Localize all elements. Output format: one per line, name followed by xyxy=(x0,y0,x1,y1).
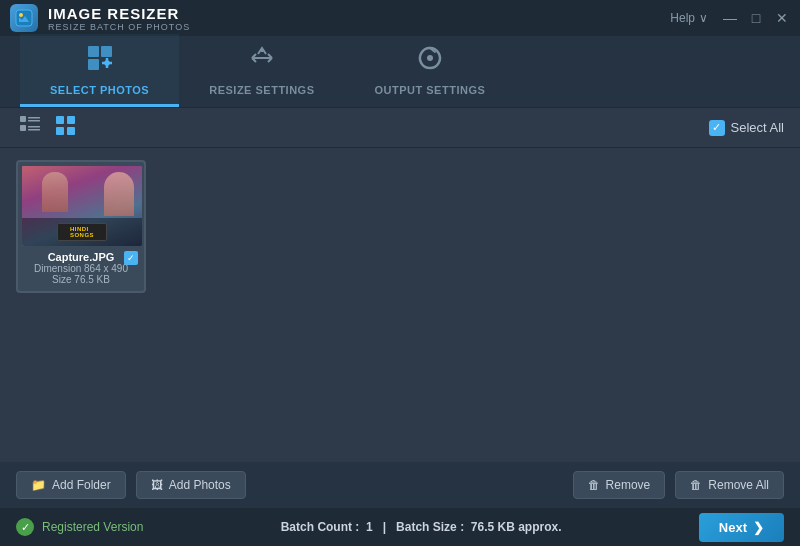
select-all-checkbox[interactable]: ✓ xyxy=(709,120,725,136)
help-button[interactable]: Help ∨ xyxy=(670,11,708,25)
grid-view-button[interactable] xyxy=(52,114,80,142)
remove-button[interactable]: 🗑 Remove xyxy=(573,471,666,499)
add-photos-icon: 🖼 xyxy=(151,478,163,492)
batch-count-value: 1 xyxy=(366,520,373,534)
restore-button[interactable]: □ xyxy=(748,10,764,26)
select-all[interactable]: ✓ Select All xyxy=(709,120,784,136)
remove-all-button[interactable]: 🗑 Remove All xyxy=(675,471,784,499)
window-controls: — □ ✕ xyxy=(722,10,790,26)
remove-label: Remove xyxy=(606,478,651,492)
svg-rect-10 xyxy=(28,126,40,128)
svg-rect-13 xyxy=(67,116,75,124)
svg-rect-4 xyxy=(88,59,99,70)
select-photos-icon xyxy=(86,44,114,78)
titlebar-right: Help ∨ — □ ✕ xyxy=(670,10,790,26)
tab-output-settings-label: OUTPUT SETTINGS xyxy=(375,84,486,96)
close-button[interactable]: ✕ xyxy=(774,10,790,26)
action-bar: 📁 Add Folder 🖼 Add Photos 🗑 Remove 🗑 Rem… xyxy=(0,462,800,508)
app-title-block: IMAGE RESIZER RESIZE BATCH OF PHOTOS xyxy=(48,5,190,32)
add-folder-label: Add Folder xyxy=(52,478,111,492)
remove-all-trash-icon: 🗑 xyxy=(690,478,702,492)
photo-size: Size 76.5 KB xyxy=(22,274,140,285)
batch-separator: | xyxy=(383,520,386,534)
remove-trash-icon: 🗑 xyxy=(588,478,600,492)
remove-all-label: Remove All xyxy=(708,478,769,492)
batch-count-label: Batch Count : xyxy=(281,520,360,534)
help-label: Help xyxy=(670,11,695,25)
titlebar-left: IMAGE RESIZER RESIZE BATCH OF PHOTOS xyxy=(10,4,190,32)
resize-settings-icon xyxy=(248,44,276,78)
action-left: 📁 Add Folder 🖼 Add Photos xyxy=(16,471,246,499)
list-view-button[interactable] xyxy=(16,114,44,142)
batch-size-label: Batch Size : xyxy=(396,520,464,534)
svg-rect-9 xyxy=(20,125,26,131)
svg-rect-2 xyxy=(88,46,99,57)
batch-size-value: 76.5 KB approx. xyxy=(471,520,562,534)
registered-label: Registered Version xyxy=(42,520,143,534)
help-chevron-icon: ∨ xyxy=(699,11,708,25)
app-icon xyxy=(10,4,38,32)
toolbar: ✓ Select All xyxy=(0,108,800,148)
titlebar: IMAGE RESIZER RESIZE BATCH OF PHOTOS Hel… xyxy=(0,0,800,36)
add-folder-icon: 📁 xyxy=(31,478,46,492)
photo-checkbox[interactable]: ✓ xyxy=(124,251,138,265)
svg-rect-6 xyxy=(20,116,26,122)
select-all-label: Select All xyxy=(731,120,784,135)
photo-thumbnail: HINDISONGS xyxy=(22,166,142,246)
svg-rect-12 xyxy=(56,116,64,124)
tab-resize-settings[interactable]: RESIZE SETTINGS xyxy=(179,34,344,107)
add-photos-label: Add Photos xyxy=(169,478,231,492)
photo-name: Capture.JPG xyxy=(22,251,140,263)
next-icon: ❯ xyxy=(753,520,764,535)
tab-output-settings[interactable]: OUTPUT SETTINGS xyxy=(345,34,516,107)
photo-grid: HINDISONGS ✓ Capture.JPG Dimension 864 x… xyxy=(16,160,784,293)
batch-info: Batch Count : 1 | Batch Size : 76.5 KB a… xyxy=(281,520,562,534)
next-label: Next xyxy=(719,520,747,535)
svg-point-5 xyxy=(427,55,433,61)
view-toggle xyxy=(16,114,80,142)
registered-status: ✓ Registered Version xyxy=(16,518,143,536)
statusbar: ✓ Registered Version Batch Count : 1 | B… xyxy=(0,508,800,546)
svg-point-1 xyxy=(19,13,23,17)
app-subtitle: RESIZE BATCH OF PHOTOS xyxy=(48,22,190,32)
photo-dimension: Dimension 864 x 490 xyxy=(22,263,140,274)
content-area: HINDISONGS ✓ Capture.JPG Dimension 864 x… xyxy=(0,148,800,462)
registered-icon: ✓ xyxy=(16,518,34,536)
svg-rect-7 xyxy=(28,117,40,119)
svg-rect-8 xyxy=(28,120,40,122)
list-item[interactable]: HINDISONGS ✓ Capture.JPG Dimension 864 x… xyxy=(16,160,146,293)
output-settings-icon xyxy=(416,44,444,78)
svg-rect-15 xyxy=(67,127,75,135)
svg-rect-11 xyxy=(28,129,40,131)
svg-rect-14 xyxy=(56,127,64,135)
app-title: IMAGE RESIZER xyxy=(48,5,190,22)
tab-resize-settings-label: RESIZE SETTINGS xyxy=(209,84,314,96)
next-button[interactable]: Next ❯ xyxy=(699,513,784,542)
add-photos-button[interactable]: 🖼 Add Photos xyxy=(136,471,246,499)
svg-rect-3 xyxy=(101,46,112,57)
tabbar: SELECT PHOTOS RESIZE SETTINGS OUTPUT SET… xyxy=(0,36,800,108)
tab-select-photos-label: SELECT PHOTOS xyxy=(50,84,149,96)
tab-select-photos[interactable]: SELECT PHOTOS xyxy=(20,34,179,107)
add-folder-button[interactable]: 📁 Add Folder xyxy=(16,471,126,499)
action-right: 🗑 Remove 🗑 Remove All xyxy=(573,471,784,499)
minimize-button[interactable]: — xyxy=(722,10,738,26)
